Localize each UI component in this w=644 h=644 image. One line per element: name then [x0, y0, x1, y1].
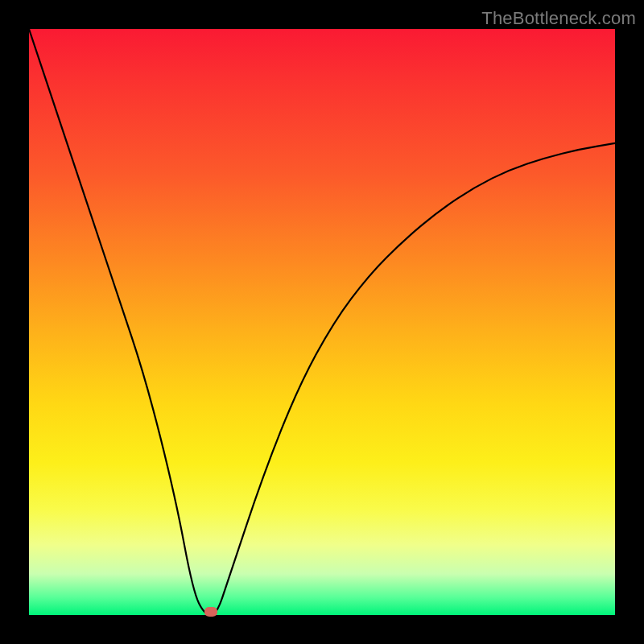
chart-frame: TheBottleneck.com [0, 0, 644, 644]
min-marker [204, 607, 217, 617]
attribution-label: TheBottleneck.com [481, 8, 636, 29]
curve-path [29, 29, 615, 615]
plot-area [29, 29, 615, 615]
bottleneck-curve [29, 29, 615, 615]
